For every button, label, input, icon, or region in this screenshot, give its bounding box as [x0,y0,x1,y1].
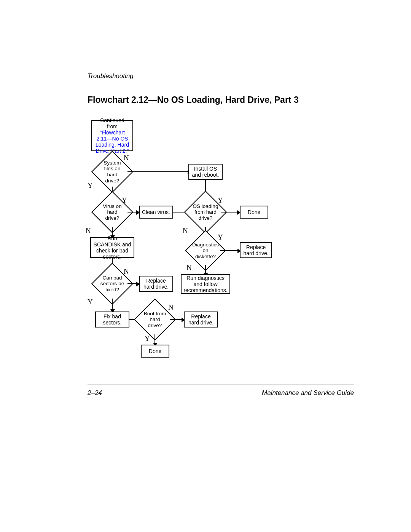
node-start: Continued from "Flowchart 2.11—No OS Loa… [91,120,133,151]
guide-title: Maintenance and Service Guide [262,389,354,397]
edge-label: N [168,303,174,312]
node-rundiag-text: Run diagnostics and follow recommendatio… [183,275,227,293]
node-scandisk-text: Run SCANDISK and check for bad sectors. [93,235,131,260]
edge-label: N [124,154,129,162]
node-done1: Done [240,206,268,219]
edge-label: Y [218,196,223,204]
header-rule [88,81,354,81]
edge-label: N [186,264,192,272]
node-start-text: Continued from [94,117,130,129]
node-start-link[interactable]: "Flowchart 2.11—No OS Loading, Hard Driv… [94,129,130,154]
section-header: Troubleshooting [88,72,134,80]
node-done2: Done [141,345,169,358]
node-replace1-text: Replace hard drive. [243,244,269,256]
page: Troubleshooting Flowchart 2.12—No OS Loa… [0,0,411,532]
node-rundiag: Run diagnostics and follow recommendatio… [181,274,230,294]
node-canfix-text: Can bad sectors be fixed? [100,275,125,293]
node-clean: Clean virus. [139,206,173,219]
node-fixbad: Fix bad sectors. [95,312,129,328]
node-install: Install OS and reboot. [188,164,223,180]
edge-label: N [124,267,129,276]
node-install-text: Install OS and reboot. [191,166,220,178]
edge-label: Y [88,298,93,306]
node-sysfiles: System files on hard drive? [97,157,127,187]
node-scandisk: Run SCANDISK and check for bad sectors. [90,237,134,258]
node-done2-text: Done [149,348,161,354]
node-clean-text: Clean virus. [142,209,170,215]
node-diag-text: Diagnostics on diskette? [192,242,219,260]
node-replace2: Replace hard drive. [139,276,173,292]
node-osload-text: OS loading from hard drive? [193,203,218,221]
node-replace3: Replace hard drive. [184,312,218,328]
edge-label: Y [122,196,127,204]
page-number: 2–24 [88,389,102,397]
node-replace1: Replace hard drive. [240,242,272,258]
node-virus-text: Virus on hard drive? [100,203,125,221]
node-bootfrom-text: Boot from hard drive? [142,311,167,329]
node-replace2-text: Replace hard drive. [142,278,170,290]
node-diag: Diagnostics on diskette? [191,236,220,265]
edge-label: Y [145,334,150,343]
edge-label: Y [218,233,223,241]
edge-label: Y [88,181,93,190]
node-fixbad-text: Fix bad sectors. [98,313,126,326]
node-sysfiles-text: System files on hard drive? [100,160,125,184]
node-osload: OS loading from hard drive? [190,197,221,227]
node-replace3-text: Replace hard drive. [187,313,215,326]
edge-label: N [183,227,188,235]
node-done1-text: Done [248,209,260,215]
node-canfix: Can bad sectors be fixed? [97,269,127,299]
edge-label: N [86,227,91,235]
footer-rule [88,385,354,385]
node-bootfrom: Boot from hard drive? [140,305,170,334]
page-title: Flowchart 2.12—No OS Loading, Hard Drive… [88,94,299,105]
